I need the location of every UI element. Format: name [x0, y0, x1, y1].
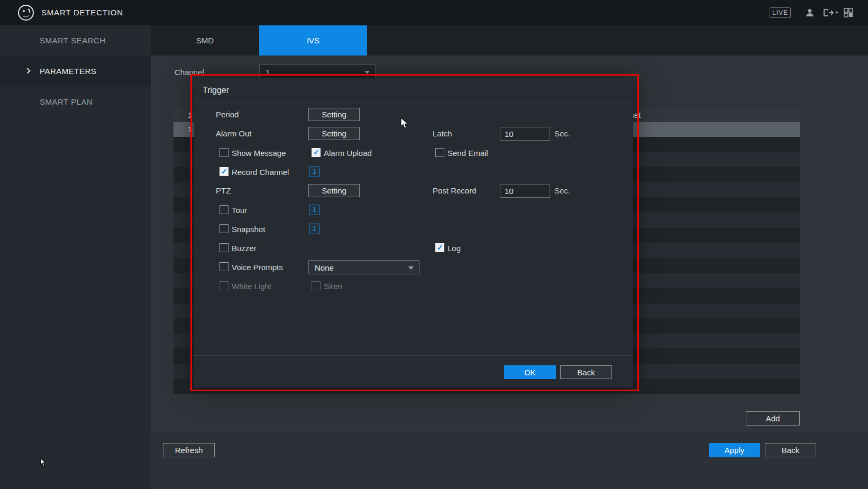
latch-label: Latch	[433, 129, 452, 138]
siren-label: Siren	[324, 282, 342, 291]
channel-select-value: 1	[266, 68, 270, 77]
dialog-divider	[194, 355, 633, 356]
trigger-dialog: Trigger Period Setting Alarm Out Setting…	[194, 78, 633, 387]
sidebar-item-parameters[interactable]: PARAMETERS	[0, 56, 151, 87]
record-channel-number[interactable]: 1	[309, 167, 319, 177]
show-message-checkbox[interactable]	[220, 148, 229, 157]
snapshot-number[interactable]: 1	[309, 224, 319, 234]
white-light-checkbox[interactable]	[220, 281, 229, 290]
sidebar-item-label: PARAMETERS	[40, 67, 96, 76]
voice-prompts-checkbox[interactable]	[220, 262, 229, 271]
back-button[interactable]: Back	[765, 443, 816, 457]
add-button[interactable]: Add	[746, 411, 800, 426]
sidebar-item-label: SMART PLAN	[40, 97, 93, 106]
send-email-label: Send Email	[447, 149, 488, 158]
chevron-down-icon	[408, 266, 414, 270]
voice-prompts-label: Voice Prompts	[232, 263, 283, 272]
apply-button[interactable]: Apply	[709, 443, 760, 457]
latch-unit: Sec.	[554, 129, 570, 138]
channel-label: Channel	[175, 68, 204, 77]
siren-checkbox[interactable]	[312, 281, 321, 290]
dialog-back-button[interactable]: Back	[560, 365, 612, 379]
user-icon[interactable]	[805, 7, 816, 18]
smart-detection-screen: SMART DETECTION LIVE S	[0, 0, 868, 489]
alarm-upload-checkbox[interactable]	[312, 148, 321, 157]
app-logo-icon	[17, 4, 34, 21]
buzzer-label: Buzzer	[232, 244, 257, 253]
alarm-out-label: Alarm Out	[216, 129, 252, 138]
ptz-label: PTZ	[216, 186, 231, 195]
tour-number[interactable]: 1	[309, 205, 319, 215]
latch-input[interactable]	[500, 127, 550, 141]
record-channel-checkbox[interactable]	[220, 167, 229, 176]
grid-view-icon[interactable]	[843, 7, 855, 18]
voice-prompts-select[interactable]: None	[308, 260, 419, 274]
table-header-no: 1	[188, 110, 192, 119]
table-row-no: 1	[188, 125, 192, 134]
post-record-input[interactable]	[500, 184, 550, 198]
snapshot-checkbox[interactable]	[220, 224, 229, 233]
post-record-label: Post Record	[433, 186, 477, 195]
tour-checkbox[interactable]	[220, 205, 229, 214]
buzzer-checkbox[interactable]	[220, 243, 229, 252]
topbar: SMART DETECTION LIVE	[0, 0, 868, 25]
chevron-down-icon	[364, 71, 370, 74]
voice-prompts-value: None	[315, 263, 334, 272]
log-label: Log	[447, 244, 461, 253]
footer-band	[151, 435, 868, 489]
tab-smd[interactable]: SMD	[151, 25, 259, 56]
sidebar-item-label: SMART SEARCH	[40, 36, 106, 45]
snapshot-label: Snapshot	[232, 225, 265, 234]
sidebar-item-smart-search[interactable]: SMART SEARCH	[0, 25, 151, 56]
ok-button[interactable]: OK	[504, 365, 556, 379]
alarm-out-setting-button[interactable]: Setting	[308, 127, 360, 140]
tour-label: Tour	[232, 206, 247, 215]
white-light-label: White Light	[232, 282, 271, 291]
sidebar: SMART SEARCH PARAMETERS SMART PLAN	[0, 25, 151, 489]
chevron-right-icon	[24, 68, 30, 73]
sidebar-item-smart-plan[interactable]: SMART PLAN	[0, 87, 151, 117]
dialog-title: Trigger	[194, 78, 633, 103]
logout-icon[interactable]	[822, 7, 840, 18]
record-channel-label: Record Channel	[232, 168, 289, 177]
page-title: SMART DETECTION	[41, 0, 123, 25]
post-record-unit: Sec.	[554, 186, 570, 195]
show-message-label: Show Message	[232, 149, 286, 158]
tab-ivs[interactable]: IVS	[259, 25, 367, 56]
alarm-upload-label: Alarm Upload	[324, 149, 372, 158]
live-button[interactable]: LIVE	[770, 7, 791, 18]
period-setting-button[interactable]: Setting	[308, 108, 360, 121]
refresh-button[interactable]: Refresh	[163, 443, 215, 457]
channel-select[interactable]: 1	[259, 64, 376, 79]
period-label: Period	[216, 110, 239, 119]
send-email-checkbox[interactable]	[435, 148, 444, 157]
log-checkbox[interactable]	[435, 243, 444, 252]
ptz-setting-button[interactable]: Setting	[308, 184, 360, 197]
